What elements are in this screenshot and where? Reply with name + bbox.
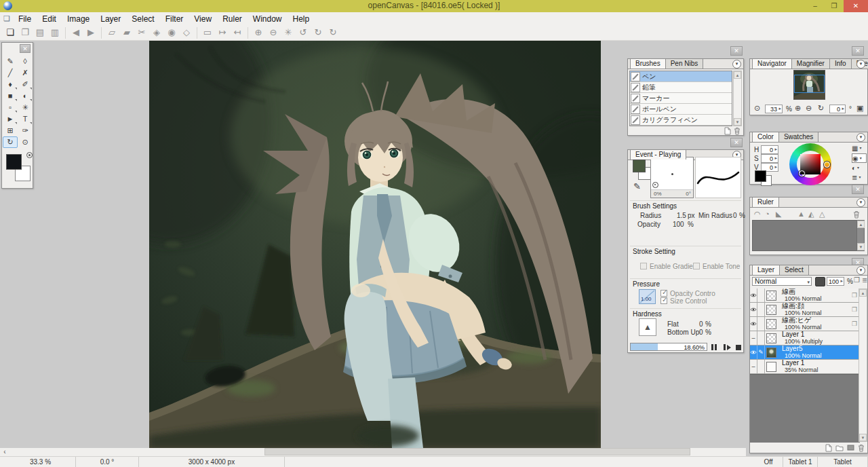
layer-row[interactable]: –Layer 1100% Multiply [750, 331, 860, 345]
cut-button[interactable]: ✂ [134, 26, 149, 39]
color-foreground-swatch[interactable] [755, 170, 766, 182]
layer-thumbnail[interactable] [766, 348, 776, 358]
tab-event-playing[interactable]: Event - Playing [630, 149, 686, 160]
zoom-tool[interactable]: ⊙ [18, 136, 33, 148]
move-selection-button[interactable]: ↦ [215, 26, 230, 39]
pen-tool[interactable]: ✎ [3, 56, 18, 67]
layer-thumbnail[interactable] [766, 362, 776, 372]
minimize-button[interactable]: – [806, 0, 825, 12]
triangle-ruler-2-icon[interactable]: ◭ [808, 210, 814, 219]
layer-thumbnail[interactable] [766, 319, 776, 329]
sphere-mode-icon[interactable]: ◐ [852, 164, 865, 172]
size-control-checkbox[interactable] [660, 297, 667, 304]
step-playback-button[interactable] [724, 343, 734, 351]
brush-tip-preview[interactable]: 0% 0° [650, 157, 694, 198]
triangle-ruler-1-icon[interactable]: ▲ [797, 210, 805, 218]
tab-magnifier[interactable]: Magnifier [791, 58, 830, 69]
enable-gradient-checkbox[interactable] [640, 263, 647, 269]
redo-all-button[interactable]: ↻ [326, 26, 340, 39]
scroll-up-icon[interactable] [859, 289, 867, 297]
layer-visible-eye-icon[interactable] [750, 303, 757, 316]
fit-view-icon[interactable]: ▣ [856, 104, 863, 113]
tool-dropdown-icon[interactable] [15, 122, 17, 124]
rotate-view-icon[interactable]: ↻ [818, 104, 824, 113]
merge-layer-icon[interactable] [847, 445, 854, 451]
layer-opacity-field[interactable]: 100 [827, 277, 844, 286]
nav-zoom-tool-icon[interactable]: ⊙ [754, 104, 760, 113]
paste-selection-button[interactable]: ↤ [230, 26, 245, 39]
layer-thumbnail-toggle[interactable] [815, 277, 825, 286]
nav-zoom-field[interactable]: 33 [765, 105, 783, 113]
close-icon[interactable]: ✕ [852, 46, 864, 56]
swap-colors-icon[interactable] [26, 152, 33, 158]
new-layer-icon[interactable] [825, 444, 832, 452]
tab-ruler[interactable]: Ruler [752, 197, 779, 207]
menu-ruler[interactable]: Ruler [217, 13, 248, 25]
knife-tool[interactable]: ✗ [18, 67, 33, 79]
panel-menu-button[interactable] [856, 198, 865, 207]
foreground-color-swatch[interactable] [6, 154, 22, 170]
tab-layer[interactable]: Layer [752, 265, 780, 275]
wheel-mode-icon[interactable]: ◉ [852, 153, 867, 163]
menu-view[interactable]: View [189, 13, 217, 25]
eraser-tool[interactable]: ◊ [18, 56, 33, 67]
stop-playback-button[interactable] [736, 343, 746, 351]
blur-tool[interactable]: ♦ [3, 79, 18, 90]
tool-dropdown-icon[interactable] [30, 122, 32, 124]
hardness-preview[interactable]: ▲ [639, 318, 656, 336]
brush-item[interactable]: ペン [630, 71, 732, 82]
clone-button[interactable]: ◈ [149, 26, 164, 39]
menu-select[interactable]: Select [126, 13, 159, 25]
playback-progress-bar[interactable]: 18.60% [630, 343, 707, 351]
navigator-viewport-rect[interactable] [794, 75, 825, 93]
layer-thumbnail[interactable] [766, 291, 776, 301]
layer-thumbnail[interactable] [766, 333, 776, 343]
move-tool[interactable]: ► [3, 113, 18, 125]
document-icon[interactable]: ❏ [3, 14, 10, 23]
circle-ruler-icon[interactable]: ◔ [765, 210, 770, 218]
tool-dropdown-icon[interactable] [15, 111, 17, 113]
layer-row[interactable]: ✎Layer5100% Normal [750, 345, 860, 360]
zoom-in-icon[interactable]: ⊕ [795, 104, 801, 113]
layer-row[interactable]: –Layer 135% Normal [750, 360, 860, 374]
close-icon[interactable]: ✕ [20, 44, 31, 53]
menu-image[interactable]: Image [62, 13, 95, 25]
hue-marker[interactable] [824, 162, 830, 168]
saturation-field[interactable]: 0 [761, 154, 778, 163]
new-folder-icon[interactable] [835, 445, 844, 451]
tab-color[interactable]: Color [752, 132, 779, 142]
layer-row[interactable]: 線画:顔100% Normal❐ [750, 303, 860, 317]
layer-hidden-icon[interactable]: – [750, 360, 757, 373]
panel-menu-button[interactable] [856, 60, 865, 69]
line-tool[interactable]: ╱ [3, 67, 18, 79]
sv-marker[interactable] [799, 170, 805, 176]
close-icon[interactable]: ✕ [730, 46, 743, 56]
canvas-document[interactable] [149, 41, 601, 448]
new-brush-icon[interactable] [724, 127, 731, 135]
layer-visible-eye-icon[interactable] [750, 288, 757, 302]
zoom-out-button[interactable]: ⊖ [266, 26, 281, 39]
menu-layer[interactable]: Layer [95, 13, 126, 25]
scroll-down-icon[interactable] [734, 118, 741, 126]
bars-mode-icon[interactable]: ≣ [852, 173, 865, 181]
triangle-ruler-3-icon[interactable]: △ [819, 210, 825, 219]
swatch-grid-icon[interactable]: ▦ [852, 144, 865, 152]
gradient-tool[interactable]: ◐ [18, 90, 33, 102]
stamp-button[interactable]: ◉ [164, 26, 179, 39]
layer-row[interactable]: 線画:ヒゲ100% Normal❐ [750, 317, 860, 331]
blend-mode-dropdown[interactable]: Normal [752, 277, 812, 286]
brush-item[interactable]: ボールペン [630, 104, 732, 115]
menu-filter[interactable]: Filter [160, 13, 189, 25]
tool-dropdown-icon[interactable] [15, 88, 17, 90]
menu-help[interactable]: Help [288, 13, 315, 25]
brush-list-scrollbar[interactable] [733, 71, 742, 126]
close-button[interactable]: ✕ [844, 0, 868, 12]
set-square-icon[interactable]: ◣ [776, 210, 781, 219]
save-file-button[interactable]: ▤ [33, 26, 47, 39]
close-icon[interactable]: ✕ [730, 138, 743, 147]
brush-item[interactable]: 鉛筆 [630, 82, 732, 93]
layer-link-icon[interactable]: ≣ [862, 276, 867, 284]
brush-item[interactable]: カリグラフィペン [630, 115, 732, 126]
crop-tool[interactable]: ⊞ [3, 125, 18, 136]
layer-visible-eye-icon[interactable] [750, 317, 757, 331]
